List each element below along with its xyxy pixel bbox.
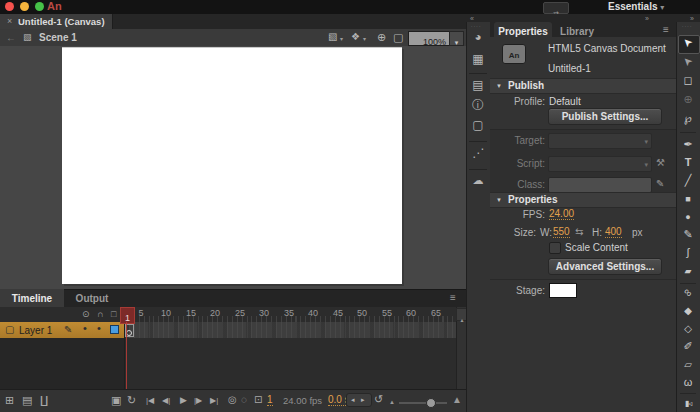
- oval-tool[interactable]: ●: [676, 211, 700, 227]
- selection-tool[interactable]: ➤: [676, 37, 700, 53]
- width-value[interactable]: 550: [553, 227, 570, 238]
- info-panel-button[interactable]: ⓘ: [466, 99, 490, 115]
- onion-outlines-button[interactable]: ◌: [241, 395, 247, 405]
- collapse-dock-button[interactable]: «: [470, 15, 474, 22]
- frame-rate-value[interactable]: 24.00 fps: [283, 396, 322, 406]
- next-frame-button[interactable]: |▶: [194, 397, 202, 405]
- timeline-zoom-out-icon[interactable]: ▲: [389, 399, 395, 405]
- line-tool[interactable]: ╱: [676, 175, 700, 191]
- collapse-properties-button[interactable]: »: [645, 15, 649, 22]
- edit-symbols-button[interactable]: ❖: [351, 32, 360, 42]
- layer-outline-color-swatch[interactable]: [110, 325, 119, 334]
- publish-settings-button[interactable]: Publish Settings...: [548, 108, 662, 125]
- text-tool[interactable]: T: [676, 157, 700, 173]
- tab-library[interactable]: Library: [552, 22, 602, 37]
- first-frame-button[interactable]: |◀: [146, 397, 154, 405]
- publish-section-header[interactable]: ▼Publish: [490, 78, 676, 94]
- timeline-panel-menu-icon[interactable]: ≡: [450, 293, 456, 303]
- zoom-level-field[interactable]: 100%: [408, 31, 450, 46]
- stage-color-swatch[interactable]: [549, 283, 577, 298]
- lock-all-layers-icon[interactable]: ∩: [97, 310, 103, 319]
- tab-timeline[interactable]: Timeline: [0, 289, 64, 307]
- layer-lock-dot[interactable]: •: [97, 323, 101, 334]
- timeline-zoom-in-icon[interactable]: ▲: [452, 395, 462, 405]
- color-panel-button[interactable]: ◕: [466, 31, 490, 47]
- outline-all-layers-icon[interactable]: □: [111, 310, 116, 319]
- rectangle-tool[interactable]: ■: [676, 193, 700, 209]
- motion-presets-panel-button[interactable]: ⋰: [466, 147, 490, 163]
- tab-properties[interactable]: Properties: [494, 22, 552, 37]
- class-pencil-icon[interactable]: ✎: [656, 179, 664, 189]
- frames-grid[interactable]: [124, 322, 456, 339]
- window-zoom-button[interactable]: [35, 2, 44, 11]
- free-transform-tool[interactable]: ◻: [676, 75, 700, 91]
- last-frame-button[interactable]: ▶|: [210, 397, 218, 405]
- play-button[interactable]: ▶: [180, 396, 187, 405]
- bone-tool[interactable]: ∞: [676, 287, 700, 303]
- new-folder-button[interactable]: ▤: [22, 395, 32, 406]
- camera-tool[interactable]: ▮◃: [676, 397, 700, 412]
- subselection-tool[interactable]: ➤: [676, 56, 700, 72]
- document-tab-title[interactable]: Untitled-1 (Canvas): [18, 17, 105, 27]
- zoom-level-caret-button[interactable]: ▾: [449, 31, 464, 46]
- delete-layer-button[interactable]: ∐: [40, 395, 48, 406]
- reset-timeline-zoom-button[interactable]: ↺: [374, 394, 383, 405]
- tools-grip-handle[interactable]: ∙∙∙∙: [682, 23, 693, 29]
- prev-frame-button[interactable]: ◀|: [162, 397, 170, 405]
- swatches-panel-button[interactable]: ▦: [466, 53, 490, 69]
- scale-content-checkbox[interactable]: [549, 242, 561, 254]
- lasso-tool[interactable]: ℘: [676, 113, 700, 129]
- step-back-button[interactable]: ◂: [351, 396, 355, 403]
- dock-grip-handle[interactable]: ∙∙∙∙: [471, 23, 482, 29]
- eyedropper-tool[interactable]: ✐: [676, 341, 700, 357]
- timeline-zoom-slider-handle[interactable]: [426, 398, 436, 408]
- pencil-tool[interactable]: ✎: [676, 229, 700, 245]
- pen-tool[interactable]: ✒: [676, 139, 700, 155]
- paint-brush-tool[interactable]: ʃ: [676, 247, 700, 263]
- current-frame-value[interactable]: 1: [267, 395, 273, 406]
- 3d-rotation-tool[interactable]: ⊕: [676, 94, 700, 110]
- transform-panel-button[interactable]: ▢: [466, 119, 490, 135]
- close-icon[interactable]: ×: [7, 17, 12, 26]
- back-arrow-icon[interactable]: ←: [6, 33, 16, 43]
- stage-canvas[interactable]: [62, 47, 402, 284]
- ink-bottle-tool[interactable]: ◇: [676, 323, 700, 339]
- height-value[interactable]: 400: [605, 227, 622, 238]
- new-layer-button[interactable]: ⊞: [5, 395, 14, 406]
- edit-scene-button[interactable]: ▧: [328, 32, 337, 42]
- hand-tool[interactable]: ω: [676, 377, 700, 393]
- edit-multiple-frames-button[interactable]: ⊡: [254, 395, 262, 405]
- layer-visibility-dot[interactable]: •: [83, 323, 87, 334]
- paint-bucket-tool[interactable]: ◆: [676, 305, 700, 321]
- fps-value[interactable]: 24.00: [549, 209, 574, 220]
- properties-panel-menu-icon[interactable]: ≡: [663, 25, 669, 35]
- link-dimensions-icon[interactable]: ⇆: [575, 227, 583, 237]
- tab-output[interactable]: Output: [64, 289, 120, 307]
- clip-content-button[interactable]: ▢: [393, 32, 403, 43]
- eraser-tool[interactable]: ▱: [676, 359, 700, 375]
- playhead-marker[interactable]: 1: [120, 307, 135, 324]
- window-close-button[interactable]: [5, 2, 14, 11]
- collapse-tools-button[interactable]: »: [690, 15, 694, 22]
- loop-button[interactable]: ↻: [127, 395, 136, 406]
- timeline-zoom-slider-track[interactable]: [399, 402, 447, 404]
- script-dropdown[interactable]: ▾: [548, 156, 652, 172]
- layer-name[interactable]: Layer 1: [19, 326, 52, 336]
- scene-breadcrumb[interactable]: Scene 1: [39, 33, 77, 43]
- onion-skin-button[interactable]: ◎: [228, 395, 237, 405]
- center-frame-button[interactable]: ▣: [111, 395, 121, 406]
- workspace-switcher[interactable]: Essentials ▾: [608, 2, 664, 12]
- target-dropdown[interactable]: ▾: [548, 133, 652, 149]
- brush-tool[interactable]: ▰: [676, 265, 700, 281]
- advanced-settings-button[interactable]: Advanced Settings...: [548, 258, 662, 275]
- show-all-layers-eye-icon[interactable]: ⊙: [82, 310, 90, 319]
- step-forward-button[interactable]: ▸: [361, 396, 365, 403]
- cc-libraries-panel-button[interactable]: ☁: [466, 175, 490, 191]
- center-stage-button[interactable]: ⊕: [377, 32, 386, 43]
- script-wrench-icon[interactable]: ⚒: [656, 158, 665, 168]
- sync-status-button[interactable]: ⇄: [543, 2, 569, 14]
- properties-section-header[interactable]: ▼Properties: [490, 192, 676, 208]
- align-panel-button[interactable]: ▤: [466, 79, 490, 95]
- window-minimize-button[interactable]: [20, 2, 29, 11]
- class-input[interactable]: [548, 177, 652, 193]
